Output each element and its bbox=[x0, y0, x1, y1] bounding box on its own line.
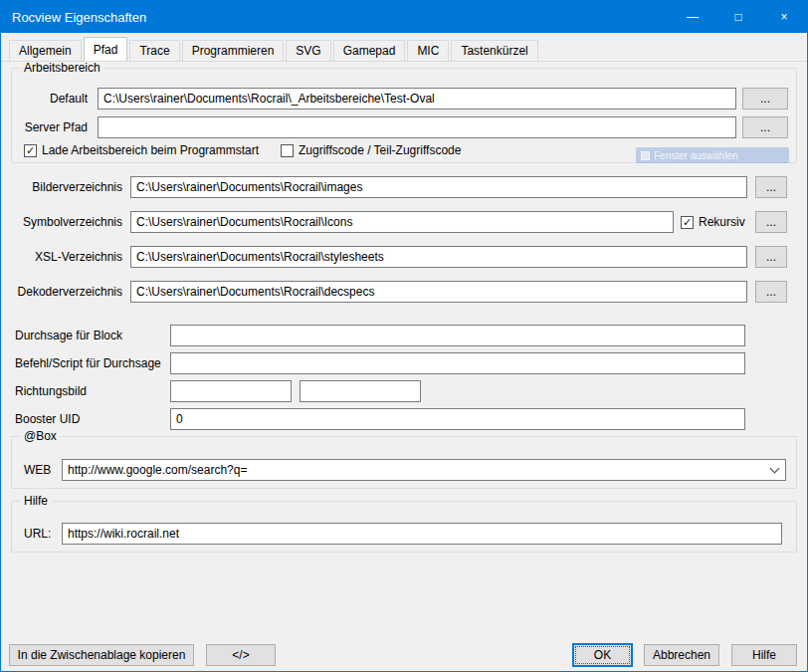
access-code-checkbox[interactable]: Zugriffscode / Teil-Zugriffscode bbox=[281, 142, 461, 158]
images-dir-browse-button[interactable]: ... bbox=[755, 176, 787, 198]
group-atbox-title: @Box bbox=[20, 429, 61, 443]
images-dir-input[interactable] bbox=[130, 176, 747, 198]
tab-programmieren[interactable]: Programmieren bbox=[182, 40, 285, 61]
xsl-dir-label: XSL-Verzeichnis bbox=[11, 246, 122, 268]
default-workspace-input[interactable] bbox=[98, 88, 736, 110]
default-label: Default bbox=[12, 88, 88, 110]
booster-uid-input[interactable] bbox=[170, 408, 745, 430]
server-path-input[interactable] bbox=[98, 116, 736, 138]
announce-command-input[interactable] bbox=[170, 352, 745, 374]
maximize-icon[interactable]: □ bbox=[715, 1, 761, 33]
xsl-dir-browse-button[interactable]: ... bbox=[755, 246, 787, 268]
web-combobox-value: http://www.google.com/search?q= bbox=[68, 463, 765, 477]
tab-strip: Allgemein Pfad Trace Programmieren SVG G… bbox=[9, 37, 540, 61]
decoder-dir-label: Dekoderverzeichnis bbox=[11, 281, 122, 303]
icons-dir-browse-button[interactable]: ... bbox=[755, 211, 787, 233]
recursive-checkbox-label: Rekursiv bbox=[699, 215, 745, 229]
cancel-button[interactable]: Abbrechen bbox=[644, 644, 719, 666]
default-browse-button[interactable]: ... bbox=[742, 88, 788, 110]
group-atbox: @Box WEB http://www.google.com/search?q= bbox=[11, 436, 797, 489]
web-combobox[interactable]: http://www.google.com/search?q= bbox=[62, 459, 786, 481]
code-view-button[interactable]: </> bbox=[206, 644, 276, 666]
tab-mic[interactable]: MIC bbox=[407, 40, 449, 61]
checkbox-mark-icon: ✓ bbox=[681, 216, 694, 229]
announce-command-label: Befehl/Script für Durchsage bbox=[15, 352, 161, 374]
booster-uid-label: Booster UID bbox=[15, 408, 80, 430]
tab-pfad[interactable]: Pfad bbox=[84, 37, 128, 61]
window-select-icon bbox=[641, 151, 650, 160]
group-hilfe: Hilfe URL: bbox=[11, 501, 797, 553]
decoder-dir-input[interactable] bbox=[130, 281, 747, 303]
load-workspace-checkbox-label: Lade Arbeitsbereich beim Programmstart bbox=[42, 143, 259, 157]
checkbox-mark-icon bbox=[281, 144, 294, 157]
tab-divider bbox=[1, 61, 807, 62]
group-arbeitsbereich-title: Arbeitsbereich bbox=[20, 61, 104, 75]
load-workspace-checkbox[interactable]: ✓ Lade Arbeitsbereich beim Programmstart bbox=[24, 142, 259, 158]
window-title: Rocview Eigenschaften bbox=[1, 10, 146, 25]
help-url-label: URL: bbox=[24, 523, 51, 545]
tab-svg[interactable]: SVG bbox=[286, 40, 330, 61]
icons-dir-label: Symbolverzeichnis bbox=[11, 211, 122, 233]
icons-dir-input[interactable] bbox=[130, 211, 674, 233]
minimize-icon[interactable]: — bbox=[670, 1, 715, 33]
caption-buttons: — □ × bbox=[670, 1, 807, 33]
direction-image-right-input[interactable] bbox=[300, 380, 421, 402]
tab-gamepad[interactable]: Gamepad bbox=[333, 40, 406, 61]
title-bar[interactable]: Rocview Eigenschaften — □ × bbox=[1, 1, 807, 33]
group-hilfe-title: Hilfe bbox=[20, 494, 52, 508]
rocview-properties-dialog: Rocview Eigenschaften — □ × Allgemein Pf… bbox=[0, 0, 808, 672]
decoder-dir-browse-button[interactable]: ... bbox=[755, 281, 787, 303]
direction-image-left-input[interactable] bbox=[170, 380, 292, 402]
web-label: WEB bbox=[24, 459, 51, 481]
recursive-checkbox[interactable]: ✓ Rekursiv bbox=[681, 214, 745, 230]
server-path-browse-button[interactable]: ... bbox=[742, 116, 788, 138]
xsl-dir-input[interactable] bbox=[130, 246, 747, 268]
checkbox-mark-icon: ✓ bbox=[24, 144, 37, 157]
announce-block-input[interactable] bbox=[170, 325, 745, 346]
announce-block-label: Durchsage für Block bbox=[15, 325, 122, 346]
ok-button[interactable]: OK bbox=[572, 643, 633, 667]
copy-to-clipboard-button[interactable]: In die Zwischenablage kopieren bbox=[9, 644, 194, 666]
fading-tooltip-overlay: Fenster auswählen bbox=[636, 147, 789, 163]
fading-tooltip-text: Fenster auswählen bbox=[654, 150, 738, 161]
chevron-down-icon[interactable] bbox=[770, 464, 780, 474]
direction-image-label: Richtungsbild bbox=[15, 380, 87, 402]
tab-allgemein[interactable]: Allgemein bbox=[9, 40, 82, 61]
close-icon[interactable]: × bbox=[761, 1, 807, 33]
access-code-checkbox-label: Zugriffscode / Teil-Zugriffscode bbox=[299, 143, 461, 157]
server-path-label: Server Pfad bbox=[12, 116, 88, 138]
images-dir-label: Bilderverzeichnis bbox=[11, 176, 122, 198]
tab-trace[interactable]: Trace bbox=[129, 40, 179, 61]
tab-tastenkuerzel[interactable]: Tastenkürzel bbox=[451, 40, 537, 61]
help-url-input[interactable] bbox=[62, 523, 782, 545]
help-button[interactable]: Hilfe bbox=[731, 644, 797, 666]
